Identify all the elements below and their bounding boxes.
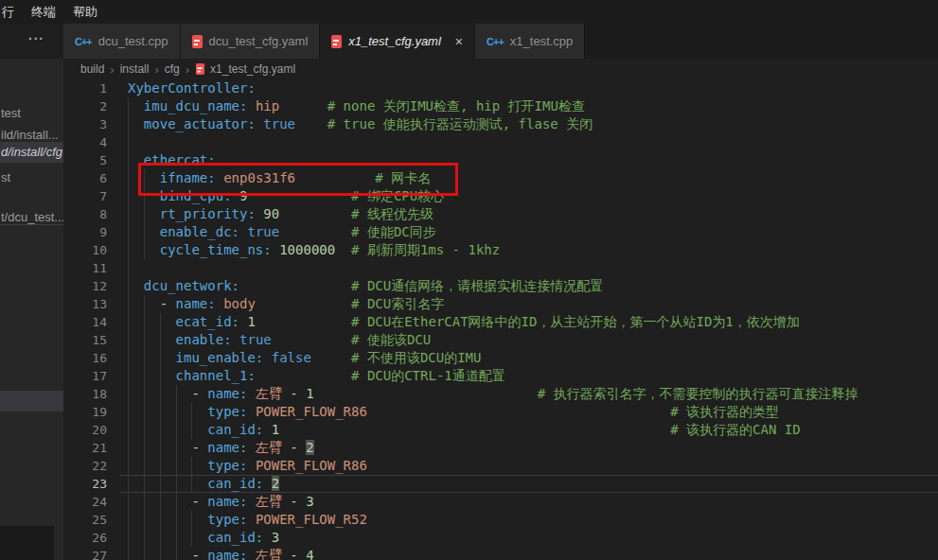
menu-item-1[interactable]: 终端: [23, 0, 64, 24]
sidebar-bottom-panel: [0, 526, 54, 560]
breadcrumb-chevron-icon: ›: [186, 62, 189, 77]
line-content: - name: 左臂 - 4: [120, 547, 938, 560]
sidebar-item[interactable]: test: [0, 103, 63, 124]
menu-bar: 行终端帮助: [0, 0, 938, 24]
code-line[interactable]: 13 - name: body # DCU索引名字: [63, 295, 938, 313]
cpp-icon: C++: [75, 36, 92, 47]
indent-guide: [128, 547, 129, 560]
editor-tab[interactable]: x1_test_cfg.yaml×: [320, 24, 475, 59]
menu-item-0[interactable]: 行: [0, 0, 23, 24]
indent-guide: [128, 187, 129, 205]
code-line[interactable]: 24 - name: 左臂 - 3: [63, 493, 938, 511]
breadcrumb-segment[interactable]: build: [80, 62, 104, 76]
tab-label: x1_test.cpp: [510, 34, 574, 48]
code-line[interactable]: 2 imu_dcu_name: hip # none 关闭IMU检查, hip …: [63, 97, 938, 115]
line-number: 13: [63, 295, 120, 313]
code-line[interactable]: 9 enable_dc: true # 使能DC同步: [63, 223, 938, 241]
line-content: move_actuator: true # true 使能执行器运动测试, fl…: [120, 115, 938, 133]
indent-guide: [191, 529, 192, 547]
editor-tab[interactable]: C++dcu_test.cpp: [63, 24, 181, 59]
indent-guide: [160, 457, 161, 475]
line-content: can_id: 1 # 该执行器的CAN ID: [120, 421, 938, 439]
line-content: type: POWER_FLOW_R86: [120, 457, 938, 475]
code-line[interactable]: 14 ecat_id: 1 # DCU在EtherCAT网络中的ID，从主站开始…: [63, 313, 938, 331]
indent-guide: [128, 493, 129, 511]
indent-guide: [128, 331, 129, 349]
indent-guide: [160, 403, 161, 421]
breadcrumb-file-label: x1_test_cfg.yaml: [210, 62, 295, 76]
line-content: - name: body # DCU索引名字: [120, 295, 938, 313]
code-line[interactable]: 16 imu_enable: false # 不使用该DCU的IMU: [63, 349, 938, 367]
sidebar-selected-row-empty[interactable]: [0, 391, 63, 411]
sidebar-item[interactable]: d/install/cfg: [0, 142, 63, 163]
line-number: 22: [63, 457, 120, 475]
code-line[interactable]: 26 can_id: 3: [63, 529, 938, 547]
indent-guide: [160, 547, 161, 560]
indent-guide: [128, 457, 129, 475]
indent-guide: [160, 511, 161, 529]
code-line[interactable]: 15 enable: true # 使能该DCU: [63, 331, 938, 349]
breadcrumb-segment[interactable]: install: [120, 62, 150, 76]
line-content: rt_priority: 90 # 线程优先级: [120, 205, 938, 223]
editor-tab[interactable]: dcu_test_cfg.yaml: [181, 24, 321, 59]
indent-guide: [128, 313, 129, 331]
code-line[interactable]: 12 dcu_network: # DCU通信网络，请根据实机连接情况配置: [63, 277, 938, 295]
code-line[interactable]: 20 can_id: 1 # 该执行器的CAN ID: [63, 421, 938, 439]
indent-guide: [144, 223, 145, 241]
code-line[interactable]: 10 cycle_time_ns: 1000000 # 刷新周期1ms - 1k…: [63, 241, 938, 259]
indent-guide: [128, 349, 129, 367]
code-editor[interactable]: 1XyberController:2 imu_dcu_name: hip # n…: [63, 79, 938, 560]
code-line[interactable]: 1XyberController:: [63, 79, 938, 97]
line-content: - name: 左臂 - 2: [120, 439, 938, 457]
line-content: imu_dcu_name: hip # none 关闭IMU检查, hip 打开…: [120, 97, 938, 115]
breadcrumb-segment[interactable]: cfg: [165, 62, 180, 76]
line-number: 21: [63, 439, 120, 457]
code-line[interactable]: 25 type: POWER_FLOW_R52: [63, 511, 938, 529]
line-number: 5: [63, 151, 120, 169]
indent-guide: [144, 295, 145, 313]
indent-guide: [160, 385, 161, 403]
line-content: cycle_time_ns: 1000000 # 刷新周期1ms - 1khz: [120, 241, 938, 259]
indent-guide: [128, 367, 129, 385]
editor-tab[interactable]: C++x1_test.cpp: [475, 24, 585, 59]
yaml-file-icon: [331, 35, 342, 48]
indent-guide: [176, 547, 177, 560]
code-line[interactable]: 6 ifname: enp0s31f6 # 网卡名: [63, 169, 938, 187]
code-line[interactable]: 23 can_id: 2: [63, 475, 938, 493]
code-line[interactable]: 7 bind_cpu: 9 # 绑定CPU核心: [63, 187, 938, 205]
indent-guide: [144, 385, 145, 403]
menu-item-2[interactable]: 帮助: [64, 0, 106, 24]
code-line[interactable]: 5 ethercat:: [63, 151, 938, 169]
line-number: 15: [63, 331, 120, 349]
code-line[interactable]: 22 type: POWER_FLOW_R86: [63, 457, 938, 475]
line-number: 7: [63, 187, 120, 205]
indent-guide: [191, 421, 192, 439]
line-content: - name: 左臂 - 1 # 执行器索引名字，不需要控制的执行器可直接注释掉: [120, 385, 938, 403]
code-line[interactable]: 27 - name: 左臂 - 4: [63, 547, 938, 560]
indent-guide: [128, 115, 129, 133]
code-line[interactable]: 19 type: POWER_FLOW_R86 # 该执行器的类型: [63, 403, 938, 421]
code-line[interactable]: 8 rt_priority: 90 # 线程优先级: [63, 205, 938, 223]
line-number: 2: [63, 97, 120, 115]
close-icon[interactable]: ×: [455, 34, 463, 49]
code-line[interactable]: 21 - name: 左臂 - 2: [63, 439, 938, 457]
more-actions-icon[interactable]: ···: [28, 31, 44, 46]
indent-guide: [144, 493, 145, 511]
indent-guide: [128, 439, 129, 457]
indent-guide: [176, 421, 177, 439]
indent-guide: [160, 493, 161, 511]
sidebar-item[interactable]: st: [0, 167, 63, 188]
code-line[interactable]: 11: [63, 259, 938, 277]
indent-guide: [128, 133, 129, 151]
indent-guide: [144, 205, 145, 223]
code-line[interactable]: 17 channel_1: # DCU的CTRL-1通道配置: [63, 367, 938, 385]
yaml-file-icon: [192, 35, 203, 48]
code-line[interactable]: 3 move_actuator: true # true 使能执行器运动测试, …: [63, 115, 938, 133]
indent-guide: [160, 367, 161, 385]
tab-bar: C++dcu_test.cppdcu_test_cfg.yamlx1_test_…: [63, 24, 938, 59]
code-line[interactable]: 4: [63, 133, 938, 151]
code-line[interactable]: 18 - name: 左臂 - 1 # 执行器索引名字，不需要控制的执行器可直接…: [63, 385, 938, 403]
breadcrumb-file[interactable]: x1_test_cfg.yaml: [195, 62, 295, 76]
line-content: bind_cpu: 9 # 绑定CPU核心: [120, 187, 938, 205]
indent-guide: [160, 331, 161, 349]
